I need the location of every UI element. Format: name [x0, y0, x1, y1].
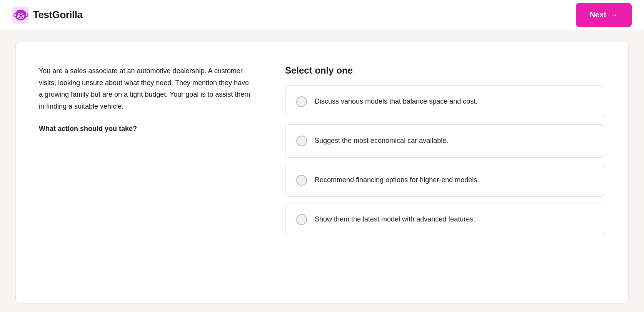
testgorilla-logo-icon [12, 7, 29, 23]
option-item-3[interactable]: Recommend financing options for higher-e… [285, 164, 605, 197]
logo-text: TestGorilla [33, 9, 82, 21]
option-label-3: Recommend financing options for higher-e… [315, 175, 479, 185]
next-arrow-icon: → [610, 10, 618, 19]
options-list: Discuss various models that balance spac… [285, 85, 605, 236]
header: TestGorilla Next → [0, 0, 644, 30]
main-content: You are a sales associate at an automoti… [0, 30, 644, 312]
options-section: Select only one Discuss various models t… [285, 65, 605, 280]
option-label-2: Suggest the most economical car availabl… [315, 136, 448, 146]
next-button-label: Next [590, 10, 606, 19]
svg-point-5 [26, 14, 28, 16]
radio-option-2[interactable] [296, 136, 307, 146]
scenario-text: You are a sales associate at an automoti… [39, 65, 254, 112]
options-heading: Select only one [285, 65, 605, 76]
option-item-2[interactable]: Suggest the most economical car availabl… [285, 124, 605, 158]
svg-point-12 [20, 15, 21, 16]
radio-option-1[interactable] [296, 96, 307, 107]
svg-point-10 [22, 13, 23, 14]
svg-point-3 [14, 14, 16, 16]
option-item-4[interactable]: Show them the latest model with advanced… [285, 203, 605, 236]
radio-option-4[interactable] [296, 214, 307, 225]
scenario-section: You are a sales associate at an automoti… [39, 65, 254, 280]
svg-point-9 [19, 13, 20, 14]
radio-option-3[interactable] [296, 175, 307, 186]
question-card: You are a sales associate at an automoti… [15, 42, 629, 304]
question-text: What action should you take? [39, 124, 254, 134]
option-label-4: Show them the latest model with advanced… [315, 215, 475, 224]
svg-point-13 [21, 15, 22, 16]
option-label-1: Discuss various models that balance spac… [315, 97, 477, 106]
next-button[interactable]: Next → [576, 3, 632, 27]
option-item-1[interactable]: Discuss various models that balance spac… [285, 85, 605, 118]
logo-area: TestGorilla [12, 7, 82, 23]
